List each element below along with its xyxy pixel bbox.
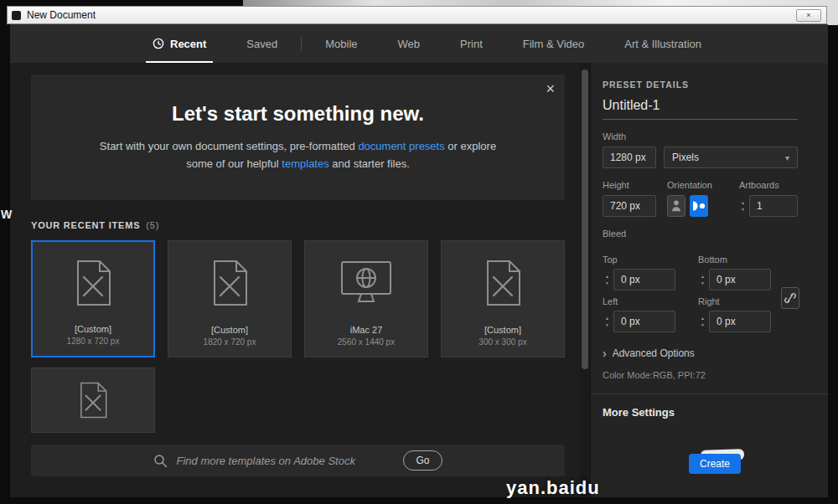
chevron-down-icon: ▾ (785, 153, 789, 162)
window-title: New Document (27, 9, 96, 21)
tab-label: Film & Video (523, 38, 584, 50)
go-button[interactable]: Go (403, 450, 442, 471)
color-mode-summary: Color Mode:RGB, PPI:72 (603, 370, 798, 380)
bleed-right-input[interactable] (709, 311, 771, 332)
recent-items-grid: [Custom] 1280 x 720 px [Custom] 1820 x 7… (31, 240, 565, 433)
recent-item-card[interactable]: [Custom] 1280 x 720 px (31, 240, 155, 357)
tab-print[interactable]: Print (440, 24, 503, 63)
step-down-icon[interactable]: ▼ (698, 323, 707, 327)
tab-web[interactable]: Web (378, 24, 441, 63)
tab-recent[interactable]: Recent (132, 24, 226, 63)
more-settings-button[interactable]: More Settings (603, 406, 798, 419)
tab-label: Print (460, 38, 483, 50)
watermark-text: yan.baidu (506, 477, 600, 499)
artboards-input[interactable] (749, 195, 798, 217)
tab-film-video[interactable]: Film & Video (503, 24, 604, 63)
recent-item-size: 1280 x 720 px (67, 337, 120, 346)
bleed-left-stepper[interactable]: ▲▼ (603, 316, 612, 327)
screen: W New Document × Recent Saved Mobile Web… (0, 0, 838, 504)
scrollbar-track[interactable] (580, 63, 590, 497)
step-up-icon[interactable]: ▲ (738, 201, 747, 205)
bleed-bottom-label: Bottom (698, 255, 779, 265)
width-label: Width (603, 131, 798, 141)
recent-item-size: 2560 x 1440 px (338, 337, 395, 347)
document-name-input[interactable] (603, 90, 798, 120)
new-document-dialog: Recent Saved Mobile Web Print Film & Vid… (10, 24, 828, 497)
recent-item-card[interactable]: [Custom] 300 x 300 px (441, 240, 565, 357)
create-button[interactable]: Create (689, 454, 741, 474)
orientation-label: Orientation (667, 180, 739, 190)
bleed-top-label: Top (603, 255, 683, 265)
orientation-landscape-button[interactable] (690, 195, 708, 217)
search-icon (153, 454, 168, 468)
tab-label: Mobile (325, 38, 357, 50)
hero-desc-text: and starter files. (329, 157, 410, 170)
recent-items-heading: YOUR RECENT ITEMS (5) (31, 220, 565, 230)
templates-link[interactable]: templates (282, 157, 328, 170)
tab-art-illustration[interactable]: Art & Illustration (604, 24, 722, 63)
step-up-icon[interactable]: ▲ (603, 275, 612, 279)
monitor-globe-icon (305, 241, 427, 325)
tab-group-divider (301, 37, 302, 50)
bleed-top-stepper[interactable]: ▲▼ (603, 275, 612, 285)
close-icon: × (546, 80, 555, 97)
app-icon (12, 11, 21, 20)
tab-label: Recent (170, 38, 206, 50)
bleed-label: Bleed (603, 229, 798, 239)
tab-saved[interactable]: Saved (226, 24, 297, 63)
category-tabbar: Recent Saved Mobile Web Print Film & Vid… (10, 24, 828, 63)
document-icon (32, 368, 154, 432)
document-icon (442, 241, 564, 325)
recent-item-name: [Custom] (211, 325, 248, 335)
search-input[interactable] (176, 455, 390, 467)
chevron-right-icon: › (603, 347, 607, 360)
window-close-button[interactable]: × (796, 9, 821, 22)
units-select[interactable]: Pixels ▾ (664, 147, 798, 168)
bleed-bottom-input[interactable] (709, 269, 771, 291)
bleed-link-button[interactable] (781, 287, 799, 309)
recent-item-size: 1820 x 720 px (204, 337, 256, 347)
advanced-options-toggle[interactable]: › Advanced Options (603, 347, 798, 360)
width-input[interactable] (603, 147, 656, 168)
recent-item-name: [Custom] (484, 325, 521, 335)
bleed-left-input[interactable] (613, 311, 675, 332)
recent-item-card[interactable]: [Custom] 1820 x 720 px (168, 240, 292, 357)
chain-link-icon (782, 287, 799, 309)
step-up-icon[interactable]: ▲ (698, 316, 707, 321)
hero-title: Let's start something new. (172, 102, 424, 126)
step-up-icon[interactable]: ▲ (698, 275, 707, 279)
step-down-icon[interactable]: ▼ (698, 281, 707, 285)
bleed-section: Top ▲▼ Bottom ▲▼ (603, 249, 798, 332)
scrollbar-thumb[interactable] (582, 69, 588, 369)
step-up-icon[interactable]: ▲ (603, 316, 612, 321)
tab-label: Web (398, 38, 421, 50)
hero-close-button[interactable]: × (546, 81, 555, 96)
close-icon: × (806, 11, 810, 19)
recent-item-card[interactable]: iMac 27 2560 x 1440 px (304, 240, 428, 357)
recent-items-title: YOUR RECENT ITEMS (31, 220, 140, 230)
recent-item-size: 300 x 300 px (478, 337, 526, 347)
tab-mobile[interactable]: Mobile (305, 24, 377, 63)
bleed-top-input[interactable] (613, 269, 675, 291)
recent-item-card[interactable] (31, 368, 155, 433)
artboards-stepper[interactable]: ▲ ▼ (738, 201, 747, 212)
artboards-label: Artboards (739, 180, 779, 190)
bleed-right-stepper[interactable]: ▲▼ (698, 316, 707, 327)
step-down-icon[interactable]: ▼ (603, 281, 612, 285)
step-down-icon[interactable]: ▼ (738, 208, 747, 212)
background-letter: W (1, 208, 12, 221)
main-panel: Let's start something new. Start with yo… (10, 63, 580, 497)
window-titlebar[interactable]: New Document × (7, 6, 827, 24)
clock-icon (153, 38, 164, 49)
recent-item-name: iMac 27 (350, 325, 383, 335)
bleed-left-label: Left (603, 296, 683, 306)
height-input[interactable] (603, 195, 656, 217)
adobe-stock-searchbar: Go (31, 445, 565, 476)
orientation-portrait-button[interactable] (667, 195, 685, 217)
tab-label: Art & Illustration (624, 38, 701, 50)
bleed-bottom-stepper[interactable]: ▲▼ (698, 275, 707, 285)
hero-banner: Let's start something new. Start with yo… (31, 75, 565, 200)
document-presets-link[interactable]: document presets (358, 140, 444, 152)
height-label: Height (603, 180, 667, 190)
step-down-icon[interactable]: ▼ (603, 323, 612, 327)
